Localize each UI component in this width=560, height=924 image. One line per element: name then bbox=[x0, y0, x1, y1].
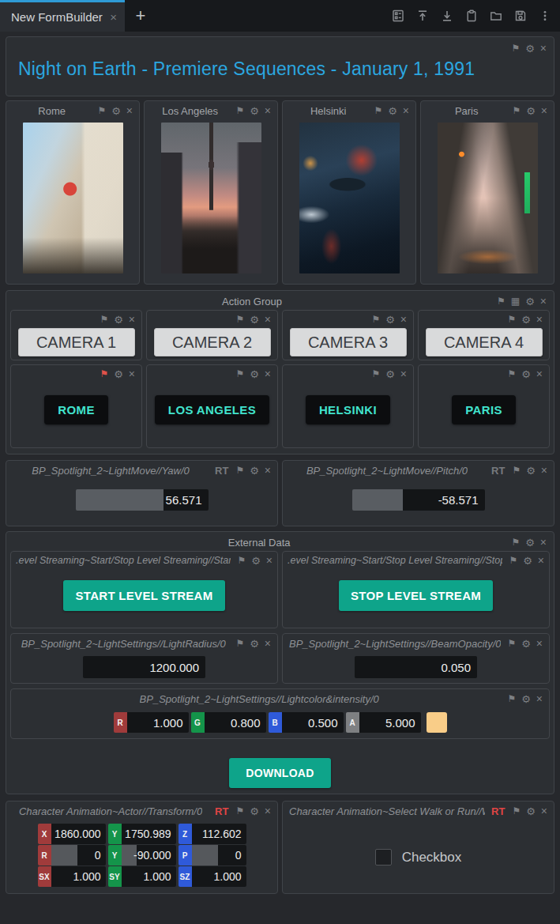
gear-icon[interactable]: ⚙ bbox=[250, 369, 259, 379]
pin-icon[interactable]: ⚑ bbox=[237, 556, 246, 565]
light-radius-input[interactable]: 1200.000 bbox=[83, 656, 205, 678]
close-icon[interactable]: × bbox=[265, 638, 271, 649]
close-icon[interactable]: × bbox=[265, 465, 271, 476]
pin-icon[interactable]: ⚑ bbox=[507, 369, 516, 379]
gear-icon[interactable]: ⚙ bbox=[250, 466, 259, 476]
gear-icon[interactable]: ⚙ bbox=[525, 537, 535, 548]
close-icon[interactable]: × bbox=[400, 368, 407, 379]
close-icon[interactable]: × bbox=[126, 105, 133, 116]
gear-icon[interactable]: ⚙ bbox=[521, 639, 531, 649]
gear-icon[interactable]: ⚙ bbox=[526, 466, 536, 476]
gear-icon[interactable]: ⚙ bbox=[385, 369, 395, 379]
scale-y-input[interactable]: 1.000 bbox=[122, 866, 176, 887]
green-channel-input[interactable]: 0.800 bbox=[205, 712, 266, 733]
location-x-input[interactable]: 1860.000 bbox=[51, 824, 106, 844]
alpha-channel-input[interactable]: 5.000 bbox=[359, 712, 421, 733]
close-icon[interactable]: × bbox=[536, 693, 543, 704]
pin-icon[interactable]: ⚑ bbox=[100, 315, 108, 324]
pin-icon[interactable]: ⚑ bbox=[371, 315, 380, 324]
close-icon[interactable]: × bbox=[129, 314, 135, 325]
tab-close-icon[interactable]: × bbox=[110, 11, 117, 23]
gear-icon[interactable]: ⚙ bbox=[526, 806, 536, 817]
close-icon[interactable]: × bbox=[538, 555, 544, 566]
rotation-roll-input[interactable]: 0 bbox=[51, 845, 106, 866]
close-icon[interactable]: × bbox=[540, 296, 547, 307]
walk-run-checkbox[interactable] bbox=[375, 849, 392, 866]
camera-3-button[interactable]: CAMERA 3 bbox=[290, 328, 407, 356]
pin-icon[interactable]: ⚑ bbox=[507, 694, 516, 703]
rome-button[interactable]: ROME bbox=[44, 395, 108, 424]
pin-icon[interactable]: ⚑ bbox=[497, 296, 506, 306]
pin-icon[interactable]: ⚑ bbox=[511, 43, 520, 53]
location-z-input[interactable]: 112.602 bbox=[192, 824, 246, 844]
close-icon[interactable]: × bbox=[540, 43, 547, 54]
gear-icon[interactable]: ⚙ bbox=[525, 296, 535, 307]
paste-icon[interactable] bbox=[463, 7, 480, 25]
close-icon[interactable]: × bbox=[265, 105, 271, 116]
pin-icon[interactable]: ⚑ bbox=[507, 315, 516, 324]
pin-icon[interactable]: ⚑ bbox=[512, 466, 521, 475]
pin-icon[interactable]: ⚑ bbox=[100, 369, 108, 379]
folder-icon[interactable] bbox=[487, 7, 505, 25]
download-icon[interactable] bbox=[438, 7, 456, 25]
pitch-slider[interactable]: -58.571 bbox=[352, 489, 485, 511]
gear-icon[interactable]: ⚙ bbox=[521, 369, 531, 379]
close-icon[interactable]: × bbox=[541, 105, 547, 116]
gear-icon[interactable]: ⚙ bbox=[251, 556, 261, 566]
close-icon[interactable]: × bbox=[265, 368, 271, 379]
close-icon[interactable]: × bbox=[403, 105, 409, 116]
location-y-input[interactable]: 1750.989 bbox=[122, 824, 176, 844]
color-swatch[interactable] bbox=[427, 712, 447, 733]
stop-level-stream-button[interactable]: STOP LEVEL STREAM bbox=[339, 580, 493, 611]
rotation-yaw-input[interactable]: -90.000 bbox=[122, 845, 176, 866]
gear-icon[interactable]: ⚙ bbox=[250, 806, 259, 817]
camera-4-button[interactable]: CAMERA 4 bbox=[426, 328, 543, 356]
pin-icon[interactable]: ⚑ bbox=[235, 315, 244, 324]
pin-icon[interactable]: ⚑ bbox=[507, 639, 516, 648]
camera-2-button[interactable]: CAMERA 2 bbox=[154, 328, 271, 356]
gear-icon[interactable]: ⚙ bbox=[250, 639, 259, 649]
pin-icon[interactable]: ⚑ bbox=[235, 639, 244, 648]
red-channel-input[interactable]: 1.000 bbox=[127, 712, 189, 733]
close-icon[interactable]: × bbox=[536, 638, 543, 649]
gear-icon[interactable]: ⚙ bbox=[388, 106, 397, 116]
close-icon[interactable]: × bbox=[541, 465, 547, 476]
pin-icon[interactable]: ⚑ bbox=[511, 537, 520, 547]
pin-icon[interactable]: ⚑ bbox=[509, 556, 517, 565]
menu-icon[interactable] bbox=[536, 7, 554, 25]
close-icon[interactable]: × bbox=[541, 805, 547, 817]
gear-icon[interactable]: ⚙ bbox=[526, 106, 536, 116]
gear-icon[interactable]: ⚙ bbox=[111, 106, 121, 116]
helsinki-button[interactable]: HELSINKI bbox=[306, 395, 390, 424]
yaw-slider[interactable]: 56.571 bbox=[76, 489, 209, 511]
paris-button[interactable]: PARIS bbox=[452, 395, 516, 424]
close-icon[interactable]: × bbox=[266, 555, 272, 566]
camera-1-button[interactable]: CAMERA 1 bbox=[18, 328, 135, 356]
pin-icon[interactable]: ⚑ bbox=[374, 106, 382, 115]
close-icon[interactable]: × bbox=[265, 314, 271, 325]
pin-icon[interactable]: ⚑ bbox=[512, 806, 521, 816]
scale-x-input[interactable]: 1.000 bbox=[51, 866, 106, 887]
close-icon[interactable]: × bbox=[536, 368, 543, 379]
pin-icon[interactable]: ⚑ bbox=[512, 106, 521, 115]
gear-icon[interactable]: ⚙ bbox=[114, 369, 123, 379]
gear-icon[interactable]: ⚙ bbox=[523, 556, 532, 566]
start-level-stream-button[interactable]: START LEVEL STREAM bbox=[63, 580, 224, 611]
gear-icon[interactable]: ⚙ bbox=[525, 43, 535, 54]
gear-icon[interactable]: ⚙ bbox=[521, 694, 531, 704]
gear-icon[interactable]: ⚙ bbox=[114, 315, 123, 325]
pin-icon[interactable]: ⚑ bbox=[235, 466, 244, 475]
pin-icon[interactable]: ⚑ bbox=[235, 106, 244, 115]
add-tab-button[interactable]: + bbox=[125, 0, 156, 32]
los-angeles-button[interactable]: LOS ANGELES bbox=[155, 395, 269, 424]
rotation-pitch-input[interactable]: 0 bbox=[192, 845, 246, 866]
save-icon[interactable] bbox=[512, 7, 529, 25]
form-fields-icon[interactable] bbox=[389, 7, 407, 25]
pin-icon[interactable]: ⚑ bbox=[235, 806, 244, 816]
blue-channel-input[interactable]: 0.500 bbox=[282, 712, 344, 733]
close-icon[interactable]: × bbox=[265, 805, 271, 817]
gear-icon[interactable]: ⚙ bbox=[250, 106, 259, 116]
close-icon[interactable]: × bbox=[400, 314, 407, 325]
close-icon[interactable]: × bbox=[129, 368, 135, 379]
pin-icon[interactable]: ⚑ bbox=[235, 369, 244, 379]
